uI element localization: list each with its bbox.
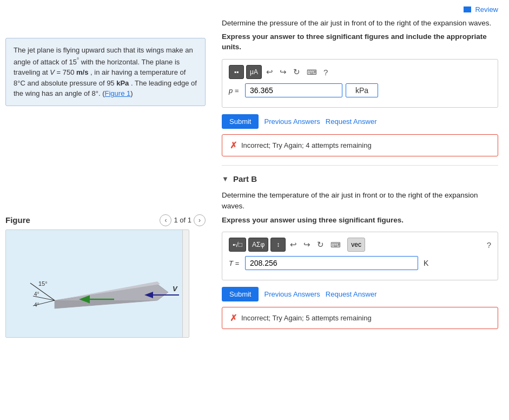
parta-format-btn1[interactable]: ▪▪ <box>229 65 244 79</box>
partb-express: Express your answer using three signific… <box>222 215 498 226</box>
parta-submit-btn[interactable]: Submit <box>222 114 259 129</box>
parta-express: Express your answer to three significant… <box>222 32 498 52</box>
partb-vec-btn[interactable]: vec <box>347 238 365 252</box>
partb-error-text: Incorrect; Try Again; 5 attempts remaini… <box>241 314 372 322</box>
partb-keyboard-btn[interactable]: ⌨ <box>328 240 343 250</box>
svg-text:4°: 4° <box>34 302 39 308</box>
parta-toolbar: ▪▪ μA ↩ ↪ ↻ ⌨ ? <box>229 65 491 79</box>
review-link-container: Review <box>222 5 498 14</box>
partb-answer-input[interactable] <box>245 256 418 270</box>
partb-actions: Submit Previous Answers Request Answer <box>222 287 498 301</box>
partb-label: Part B <box>233 174 257 183</box>
partb-prev-answers-link[interactable]: Previous Answers <box>264 290 320 298</box>
right-panel: Review Determine the pressure of the air… <box>211 0 509 420</box>
figure-prev-btn[interactable]: ‹ <box>160 214 171 226</box>
figure-pagination: 1 of 1 <box>174 216 191 224</box>
parta-format-btn2[interactable]: μA <box>246 65 262 79</box>
parta-refresh-btn[interactable]: ↻ <box>291 66 302 78</box>
parta-answer-area: ▪▪ μA ↩ ↪ ↻ ⌨ ? p = kPa <box>222 59 498 108</box>
figure-scrollbar[interactable] <box>182 230 189 337</box>
section-separator <box>222 165 498 166</box>
parta-question: Determine the pressure of the air just i… <box>222 18 498 29</box>
parta-undo-btn[interactable]: ↩ <box>264 66 275 78</box>
parta-prev-answers-link[interactable]: Previous Answers <box>264 117 320 126</box>
partb-request-answer-link[interactable]: Request Answer <box>326 290 377 298</box>
figure-navigation: ‹ 1 of 1 › <box>160 214 206 226</box>
partb-unit-label: K <box>424 259 428 267</box>
partb-redo-btn[interactable]: ↪ <box>301 239 313 251</box>
partb-format-btn1[interactable]: ▪√□ <box>229 238 246 252</box>
parta-input-label: p = <box>229 87 242 95</box>
parta-actions: Submit Previous Answers Request Answer <box>222 114 498 129</box>
parta-unit-box: kPa <box>346 83 378 97</box>
parta-keyboard-btn[interactable]: ⌨ <box>305 67 319 77</box>
parta-error-icon: ✗ <box>230 140 237 150</box>
parta-answer-input[interactable] <box>245 83 342 97</box>
problem-description: The jet plane is flying upward such that… <box>5 38 206 106</box>
partb-undo-btn[interactable]: ↩ <box>288 239 299 251</box>
figure-image: 15° 4° 4° V <box>5 229 189 338</box>
parta-input-row: p = kPa <box>229 83 491 97</box>
partb-answer-area: ▪√□ ΑΣφ ↕ ↩ ↪ ↻ ⌨ vec ? T = K <box>222 232 498 280</box>
partb-error-icon: ✗ <box>230 313 237 323</box>
partb-error-box: ✗ Incorrect; Try Again; 5 attempts remai… <box>222 307 498 329</box>
svg-text:V: V <box>173 285 178 293</box>
svg-text:15°: 15° <box>38 280 48 287</box>
partb-header: ▼ Part B <box>222 174 498 183</box>
figure-link[interactable]: Figure 1 <box>105 89 131 97</box>
partb-collapse-arrow[interactable]: ▼ <box>222 175 229 183</box>
parta-help-btn[interactable]: ? <box>323 68 328 77</box>
partb-input-label: T = <box>229 259 242 267</box>
partb-question: Determine the temperature of the air jus… <box>222 190 498 212</box>
partb-refresh-btn[interactable]: ↻ <box>315 239 326 251</box>
figure-title: Figure <box>5 215 30 225</box>
partb-format-btn3[interactable]: ↕ <box>270 238 286 252</box>
parta-request-answer-link[interactable]: Request Answer <box>326 117 377 126</box>
parta-redo-btn[interactable]: ↪ <box>277 66 289 78</box>
partb-help-btn[interactable]: ? <box>487 240 491 250</box>
partb-input-row: T = K <box>229 256 491 270</box>
figure-header: Figure ‹ 1 of 1 › <box>5 214 206 226</box>
partb-toolbar: ▪√□ ΑΣφ ↕ ↩ ↪ ↻ ⌨ vec ? <box>229 238 491 252</box>
parta-error-box: ✗ Incorrect; Try Again; 4 attempts remai… <box>222 134 498 156</box>
review-link[interactable]: Review <box>475 5 498 14</box>
wing-diagram: 15° 4° 4° V <box>6 230 183 338</box>
review-icon <box>464 6 471 12</box>
left-panel: The jet plane is flying upward such that… <box>0 0 211 420</box>
problem-text: The jet plane is flying upward such that… <box>14 46 197 97</box>
svg-text:4°: 4° <box>34 291 39 297</box>
figure-next-btn[interactable]: › <box>194 214 206 226</box>
partb-format-btn2[interactable]: ΑΣφ <box>248 238 268 252</box>
partb-submit-btn[interactable]: Submit <box>222 287 259 301</box>
parta-error-text: Incorrect; Try Again; 4 attempts remaini… <box>241 141 372 149</box>
